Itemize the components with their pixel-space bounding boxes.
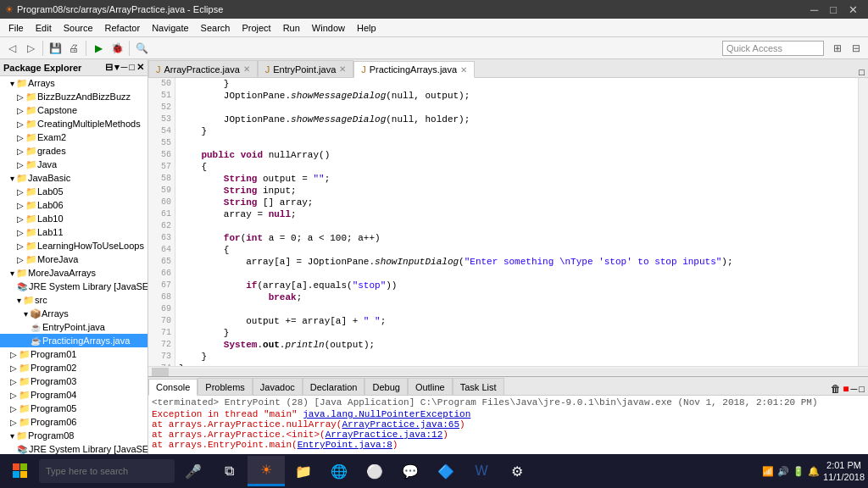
tree-item-learning[interactable]: ▷ 📁 LearningHowToUseLoops bbox=[0, 239, 147, 252]
forward-button[interactable]: ▷ bbox=[22, 40, 39, 57]
tab-close-icon[interactable]: ✕ bbox=[339, 64, 346, 74]
print-button[interactable]: 🖨 bbox=[65, 40, 82, 57]
tree-item-bizzBuzz[interactable]: ▷ 📁 BizzBuzzAndBizzBuzz bbox=[0, 90, 147, 103]
tab-task-list[interactable]: Task List bbox=[453, 378, 504, 395]
edge-app[interactable]: 🌐 bbox=[322, 456, 356, 486]
console-minimize-icon[interactable]: ─ bbox=[851, 384, 858, 394]
volume-icon[interactable]: 🔊 bbox=[777, 466, 789, 477]
tab-entrypoint[interactable]: J EntryPoint.java ✕ bbox=[258, 60, 353, 77]
stop-icon[interactable]: ■ bbox=[843, 383, 849, 395]
tree-item-program05[interactable]: ▷ 📁 Program05 bbox=[0, 402, 147, 415]
battery-icon[interactable]: 🔋 bbox=[793, 466, 804, 477]
tree-item-program03[interactable]: ▷ 📁 Program03 bbox=[0, 374, 147, 388]
tree-item-morejava[interactable]: ▷ 📁 MoreJava bbox=[0, 252, 147, 266]
minimize-button[interactable]: ─ bbox=[805, 3, 823, 16]
vscode-app[interactable]: 🔷 bbox=[429, 456, 463, 486]
chrome-app[interactable]: ⚪ bbox=[358, 456, 392, 486]
maximize-button[interactable]: □ bbox=[825, 3, 842, 16]
slack-app[interactable]: 💬 bbox=[393, 456, 427, 486]
search-toolbar-button[interactable]: 🔍 bbox=[133, 40, 150, 57]
tree-item-program04[interactable]: ▷ 📁 Program04 bbox=[0, 388, 147, 402]
entrypoint-link-8[interactable]: EntryPoint.java:8 bbox=[298, 440, 392, 450]
eclipse-taskbar-app[interactable]: ☀ bbox=[248, 456, 285, 486]
arraypractice-link-12[interactable]: ArrayPractice.java:12 bbox=[326, 430, 443, 440]
tab-javadoc[interactable]: Javadoc bbox=[253, 378, 303, 395]
tree-item-java[interactable]: ▷ 📁 Java bbox=[0, 158, 147, 171]
word-app[interactable]: W bbox=[465, 456, 498, 486]
code-content[interactable]: } JOptionPane.showMessageDialog(null, ou… bbox=[175, 78, 858, 366]
tab-problems[interactable]: Problems bbox=[198, 378, 252, 395]
close-button[interactable]: ✕ bbox=[843, 3, 863, 16]
task-view-button[interactable]: ⧉ bbox=[212, 456, 246, 486]
tree-item-src1[interactable]: ▾ 📁 src bbox=[0, 293, 147, 307]
menu-search[interactable]: Search bbox=[196, 21, 236, 35]
save-button[interactable]: 💾 bbox=[47, 40, 64, 57]
console-maximize-icon[interactable]: □ bbox=[859, 384, 865, 394]
minimize-panel-icon[interactable]: ─ bbox=[121, 62, 128, 73]
folder-icon: 📁 bbox=[25, 119, 37, 130]
tree-item-entrypoint[interactable]: ☕ EntryPoint.java bbox=[0, 320, 147, 334]
menu-icon[interactable]: ▾ bbox=[114, 62, 120, 73]
tree-item-jre1[interactable]: 📚 JRE System Library [JavaSE-9] bbox=[0, 280, 147, 293]
menu-navigate[interactable]: Navigate bbox=[147, 21, 193, 35]
taskbar-search-input[interactable] bbox=[39, 459, 175, 483]
clock[interactable]: 2:01 PM 11/1/2018 bbox=[823, 459, 865, 484]
file-explorer-app[interactable]: 📁 bbox=[287, 456, 320, 486]
tree-item-program02[interactable]: ▷ 📁 Program02 bbox=[0, 361, 147, 374]
menu-project[interactable]: Project bbox=[236, 21, 275, 35]
tree-item-program08[interactable]: ▾ 📁 Program08 bbox=[0, 429, 147, 442]
tree-item-arrays[interactable]: ▾ 📁 Arrays bbox=[0, 76, 147, 90]
tree-item-lab05[interactable]: ▷ 📁 Lab05 bbox=[0, 185, 147, 198]
notification-icon[interactable]: 🔔 bbox=[808, 466, 820, 477]
cortana-button[interactable]: 🎤 bbox=[176, 456, 210, 486]
tree-item-exam2[interactable]: ▷ 📁 Exam2 bbox=[0, 130, 147, 144]
clear-console-icon[interactable]: 🗑 bbox=[831, 383, 841, 395]
close-panel-icon[interactable]: ✕ bbox=[136, 62, 144, 73]
debug-button[interactable]: 🐞 bbox=[108, 40, 125, 57]
arraypractice-link-65[interactable]: ArrayPractice.java:65 bbox=[342, 419, 459, 430]
maximize-panel-icon[interactable]: □ bbox=[129, 62, 135, 73]
menu-run[interactable]: Run bbox=[278, 21, 305, 35]
maximize-editor-icon[interactable]: □ bbox=[855, 67, 868, 77]
tree-item-grades[interactable]: ▷ 📁 grades bbox=[0, 144, 147, 158]
settings-app[interactable]: ⚙ bbox=[500, 456, 534, 486]
tree-item-lab06[interactable]: ▷ 📁 Lab06 bbox=[0, 198, 147, 212]
start-button[interactable] bbox=[3, 456, 37, 486]
menu-edit[interactable]: Edit bbox=[31, 21, 57, 35]
tab-close-icon[interactable]: ✕ bbox=[460, 65, 467, 75]
tree-item-program01[interactable]: ▷ 📁 Program01 bbox=[0, 347, 147, 361]
tree-item-lab10[interactable]: ▷ 📁 Lab10 bbox=[0, 212, 147, 225]
tree-item-practicing-arrays[interactable]: ☕ PracticingArrays.java bbox=[0, 334, 147, 347]
tree-item-arrays-pkg[interactable]: ▾ 📦 Arrays bbox=[0, 307, 147, 320]
quick-access-box[interactable]: Quick Access bbox=[722, 41, 824, 56]
back-button[interactable]: ◁ bbox=[3, 40, 20, 57]
tab-practicing-arrays[interactable]: J PracticingArrays.java ✕ bbox=[353, 61, 475, 78]
menu-refactor[interactable]: Refactor bbox=[100, 21, 146, 35]
tab-declaration[interactable]: Declaration bbox=[303, 378, 365, 395]
tree-item-morejava-arrays[interactable]: ▾ 📁 MoreJavaArrays bbox=[0, 266, 147, 280]
tab-arraypractice[interactable]: J ArrayPractice.java ✕ bbox=[148, 60, 258, 77]
editor-scrollbar[interactable] bbox=[858, 78, 868, 366]
null-pointer-link[interactable]: java.lang.NullPointerException bbox=[303, 409, 470, 419]
tree-item-lab11[interactable]: ▷ 📁 Lab11 bbox=[0, 225, 147, 239]
tree-item-javabasic[interactable]: ▾ 📁 JavaBasic bbox=[0, 171, 147, 185]
tab-console[interactable]: Console bbox=[148, 379, 198, 396]
menu-help[interactable]: Help bbox=[352, 21, 381, 35]
menu-source[interactable]: Source bbox=[58, 21, 98, 35]
view-button[interactable]: ⊟ bbox=[848, 40, 865, 57]
perspectives-button[interactable]: ⊞ bbox=[829, 40, 846, 57]
tree-item-creating[interactable]: ▷ 📁 CreatingMultipleMethods bbox=[0, 117, 147, 130]
tab-debug[interactable]: Debug bbox=[364, 378, 407, 395]
run-button[interactable]: ▶ bbox=[90, 40, 107, 57]
network-icon[interactable]: 📶 bbox=[762, 466, 774, 477]
tree-item-program06[interactable]: ▷ 📁 Program06 bbox=[0, 415, 147, 429]
tab-close-icon[interactable]: ✕ bbox=[243, 64, 250, 74]
exception-line: Exception in thread "main" java.lang.Nul… bbox=[152, 409, 865, 419]
tab-outline[interactable]: Outline bbox=[408, 378, 453, 395]
editor-hscrollbar[interactable] bbox=[148, 366, 868, 376]
menu-window[interactable]: Window bbox=[307, 21, 350, 35]
menu-file[interactable]: File bbox=[3, 21, 29, 35]
code-editor[interactable]: 50 51 52 53 54 55 56 57 58 59 60 61 62 6… bbox=[148, 78, 868, 366]
tree-item-capstone[interactable]: ▷ 📁 Capstone bbox=[0, 103, 147, 117]
collapse-icon[interactable]: ⊟ bbox=[105, 62, 113, 73]
